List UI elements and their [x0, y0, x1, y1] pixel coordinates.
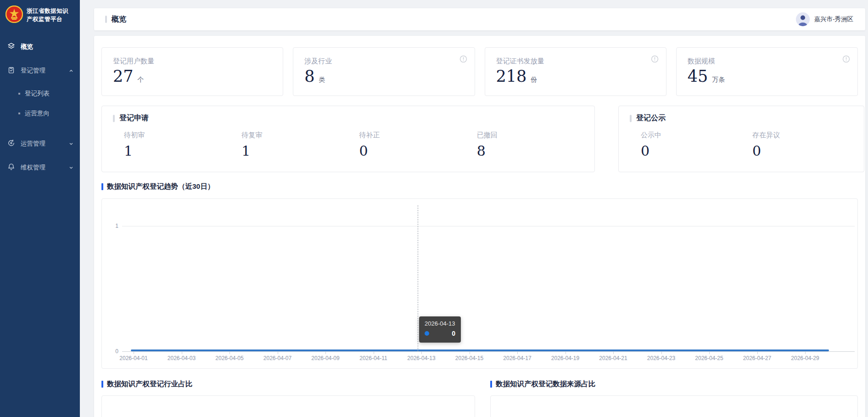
stat-label: 数据规模: [688, 57, 848, 66]
info-icon[interactable]: [459, 55, 467, 65]
page-title: 概览: [112, 15, 126, 24]
sidebar-menu: 概览 登记管理 登记列表 运营意向: [0, 38, 80, 177]
tooltip-date: 2026-04-13: [425, 320, 455, 327]
chevron-down-icon: [69, 141, 73, 147]
x-axis-tick: [278, 352, 278, 354]
sidebar-item-overview[interactable]: 概览: [0, 38, 80, 56]
app-title: 浙江省数据知识 产权监管平台: [27, 7, 68, 23]
series-dot-icon: [425, 331, 429, 336]
x-axis-tick: [134, 352, 134, 354]
tooltip-value: 0: [452, 330, 455, 337]
x-axis-tick: [325, 352, 326, 354]
x-axis-tick-label: 2026-04-05: [210, 355, 249, 361]
trend-chart-title-row: 数据知识产权登记趋势（近30日）: [101, 181, 858, 192]
panel-title: 登记申请: [119, 113, 149, 123]
trend-chart-title: 数据知识产权登记趋势（近30日）: [107, 182, 214, 192]
sidebar-item-registration[interactable]: 登记管理: [0, 62, 80, 80]
sidebar-item-operations[interactable]: 运营管理: [0, 135, 80, 153]
sidebar-subitem-registration-list[interactable]: 登记列表: [0, 85, 80, 102]
x-axis-tick: [566, 352, 566, 354]
stat-label: 登记证书发放量: [496, 57, 657, 66]
col-value: 1: [124, 143, 241, 159]
x-axis-tick-label: 2026-04-09: [306, 355, 345, 361]
x-axis-tick: [374, 352, 374, 354]
layers-icon: [7, 42, 15, 51]
col-label: 待补正: [359, 131, 477, 140]
panel-title: 登记公示: [636, 113, 666, 123]
industry-share-title: 数据知识产权登记行业占比: [107, 379, 192, 389]
stat-unit: 类: [319, 76, 325, 84]
registration-apply-panel: 登记申请 待初审 1 待复审 1 待补正 0: [101, 106, 595, 172]
sidebar-subitem-operation-intent[interactable]: 运营意向: [0, 105, 80, 122]
x-axis-line: [122, 351, 855, 352]
avatar: [796, 12, 810, 26]
col-label: 已撤回: [477, 131, 594, 140]
registration-submenu: 登记列表 运营意向: [0, 85, 80, 122]
data-source-share-chart-panel[interactable]: [490, 395, 858, 417]
x-axis-tick: [757, 352, 758, 354]
sidebar-item-label: 维权管理: [21, 163, 63, 172]
col-value: 1: [241, 143, 359, 159]
stat-unit: 份: [531, 76, 537, 84]
x-axis-tick-label: 2026-04-21: [594, 355, 633, 361]
y-axis-label: 1: [109, 223, 118, 229]
clipboard-icon: [7, 66, 15, 75]
industry-share-chart-panel[interactable]: [101, 395, 475, 417]
bullet-icon: [18, 93, 20, 95]
x-axis-tick-label: 2026-04-17: [498, 355, 537, 361]
x-axis-tick-label: 2026-04-19: [546, 355, 585, 361]
col-label: 存在异议: [752, 131, 864, 140]
title-marker: [630, 115, 632, 122]
x-axis-tick-label: 2026-04-01: [114, 355, 153, 361]
sidebar-subitem-label: 登记列表: [25, 90, 50, 98]
trend-series-line: [131, 349, 829, 351]
x-axis-tick-label: 2026-04-27: [738, 355, 777, 361]
x-axis-tick-label: 2026-04-07: [258, 355, 297, 361]
apply-col-pending-correction: 待补正 0: [359, 131, 477, 159]
x-axis-tick: [709, 352, 710, 354]
col-value: 0: [641, 143, 752, 159]
stat-card-data-scale: 数据规模 45 万条: [676, 47, 858, 96]
page-header: 概览 嘉兴市-秀洲区: [94, 8, 865, 30]
sidebar-item-rights-protection[interactable]: 维权管理: [0, 158, 80, 177]
x-axis-tick: [470, 352, 470, 354]
chart-tooltip: 2026-04-13 0: [419, 316, 461, 343]
app-logo: 浙江省数据知识 产权监管平台: [0, 0, 80, 29]
user-menu[interactable]: 嘉兴市-秀洲区: [796, 12, 854, 26]
operations-icon: [7, 139, 15, 148]
status-panels-row: 登记申请 待初审 1 待复审 1 待补正 0: [101, 106, 858, 172]
x-axis-tick: [805, 352, 806, 354]
y-axis-label: 0: [109, 348, 118, 355]
x-axis-tick-label: 2026-04-15: [450, 355, 489, 361]
stat-value: 27: [113, 68, 134, 85]
title-marker: [113, 115, 115, 122]
stat-value: 8: [304, 68, 314, 85]
sidebar-item-label: 登记管理: [21, 67, 63, 75]
main-area: 概览 嘉兴市-秀洲区 登记用户数量 27 个: [80, 0, 868, 417]
stat-label: 登记用户数量: [113, 57, 274, 66]
user-location: 嘉兴市-秀洲区: [814, 15, 854, 23]
col-label: 公示中: [641, 131, 752, 140]
col-label: 待复审: [241, 131, 359, 140]
info-icon[interactable]: [651, 55, 659, 65]
chevron-down-icon: [69, 164, 73, 171]
data-source-share-title: 数据知识产权登记数据来源占比: [496, 379, 595, 389]
title-marker: [105, 16, 107, 23]
col-value: 8: [477, 143, 594, 159]
apply-col-pending-first-review: 待初审 1: [124, 131, 241, 159]
publicity-col-objections: 存在异议 0: [752, 131, 864, 159]
x-axis-tick-label: 2026-04-13: [402, 355, 441, 361]
bullet-icon: [18, 113, 20, 114]
x-axis-tick: [421, 352, 422, 354]
stat-label: 涉及行业: [304, 57, 465, 66]
stat-value: 45: [688, 68, 708, 85]
sidebar-item-label: 运营管理: [21, 140, 63, 148]
stats-row: 登记用户数量 27 个 涉及行业 8 类: [101, 47, 858, 96]
stat-card-industries: 涉及行业 8 类: [293, 47, 475, 96]
bell-icon: [7, 163, 15, 172]
info-icon[interactable]: [842, 55, 850, 65]
publicity-col-in-publicity: 公示中 0: [641, 131, 752, 159]
trend-chart-plot[interactable]: 1 0 2026-04-13 0 2026-04-012026-04-03202…: [101, 198, 858, 369]
stat-value: 218: [496, 68, 527, 85]
national-emblem-icon: [6, 6, 23, 25]
